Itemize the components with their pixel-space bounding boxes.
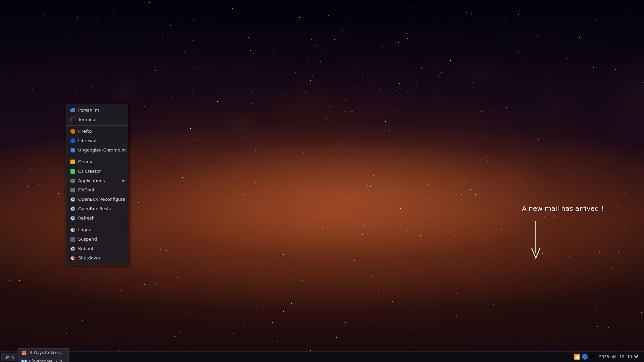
openbox-restart-icon xyxy=(70,206,76,212)
menu-item-shutdown[interactable]: Shutdown xyxy=(66,253,128,263)
taskbar: [jani] 🦊[4 Ways to Take ...📧✎[pythonMail… xyxy=(0,351,644,362)
pythonmail-task-label: ✎[pythonMail - /h... xyxy=(29,359,66,362)
workspace-label: [jani] xyxy=(4,355,14,359)
task-list: 🦊[4 Ways to Take ...📧✎[pythonMail - /h..… xyxy=(18,348,69,362)
firefox-icon xyxy=(70,128,76,134)
context-menu: PcManFm>_TerminalFirefoxLibrewolfUngoogl… xyxy=(66,104,128,264)
svg-rect-6 xyxy=(70,169,75,174)
svg-rect-16 xyxy=(70,237,75,242)
menu-item-label-openbox-restart: OpenBox Restart xyxy=(78,205,115,213)
svg-point-2 xyxy=(70,129,75,134)
svg-rect-7 xyxy=(70,188,75,192)
terminal-icon: >_ xyxy=(70,117,76,123)
menu-item-label-logout: Logout xyxy=(78,226,93,234)
wifi-icon[interactable]: 📶 xyxy=(573,353,581,361)
openbox-reconfig-icon xyxy=(70,196,76,202)
suspend-icon xyxy=(70,236,76,242)
taskbar-left: [jani] 🦊[4 Ways to Take ...📧✎[pythonMail… xyxy=(1,348,566,362)
applications-icon xyxy=(70,178,76,184)
geany-icon xyxy=(70,159,76,165)
menu-item-label-chromium: Ungoogled-Chromium xyxy=(78,146,126,154)
menu-item-openbox-reconfig[interactable]: OpenBox Reconfigure xyxy=(66,195,128,204)
system-tray: 🖥📶🔵❤ xyxy=(566,354,595,360)
bluetooth-icon[interactable]: 🔵 xyxy=(581,353,589,361)
reboot-icon xyxy=(70,246,76,252)
menu-item-label-qtcreator: Qt Creator xyxy=(78,168,101,175)
arrow-down-indicator xyxy=(530,221,542,263)
heart-icon[interactable]: ❤ xyxy=(589,353,595,361)
librewolf-icon xyxy=(70,138,76,144)
shutdown-icon xyxy=(70,255,76,261)
menu-item-suspend[interactable]: Suspend xyxy=(66,235,128,244)
menu-item-chromium[interactable]: Ungoogled-Chromium xyxy=(66,145,128,155)
qtcreator-icon xyxy=(70,168,76,174)
menu-item-refresh[interactable]: Refresh xyxy=(66,214,128,223)
clock: 2023 okt. 18, 19:06 xyxy=(597,354,641,360)
network-icon[interactable]: 🖥 xyxy=(566,353,573,361)
menu-item-librewolf[interactable]: Librewolf xyxy=(66,136,128,145)
menu-item-label-openbox-reconfig: OpenBox Reconfigure xyxy=(78,196,125,203)
obconf-icon xyxy=(70,187,76,193)
clock-display: 2023 okt. 18, 19:06 xyxy=(599,355,639,359)
menu-item-label-firefox: Firefox xyxy=(78,128,93,135)
svg-text:>_: >_ xyxy=(71,119,74,121)
menu-item-label-refresh: Refresh xyxy=(78,215,95,222)
menu-item-label-pcmanfm: PcManFm xyxy=(78,107,99,114)
menu-item-label-suspend: Suspend xyxy=(78,236,97,243)
menu-item-label-geany: Geany xyxy=(78,158,92,166)
menu-item-pcmanfm[interactable]: PcManFm xyxy=(66,106,128,115)
notification-message: A new mail has arrived ! xyxy=(522,204,604,213)
menu-item-applications[interactable]: Applications xyxy=(66,176,128,185)
taskbar-task-firefox-task[interactable]: 🦊[4 Ways to Take ... xyxy=(18,348,69,357)
menu-item-geany[interactable]: Geany xyxy=(66,157,128,167)
chromium-icon xyxy=(70,147,76,153)
menu-item-label-obconf: ObConf xyxy=(78,186,94,194)
refresh-icon xyxy=(70,215,76,221)
workspace-indicator[interactable]: [jani] xyxy=(1,353,17,361)
menu-item-label-librewolf: Librewolf xyxy=(78,137,98,144)
logout-icon xyxy=(70,227,76,233)
menu-item-label-applications: Applications xyxy=(78,177,105,184)
taskbar-right: 🖥📶🔵❤ 2023 okt. 18, 19:06 xyxy=(566,354,643,360)
firefox-task-label: [4 Ways to Take ... xyxy=(29,350,64,355)
menu-item-label-terminal: Terminal xyxy=(78,116,97,123)
menu-separator xyxy=(66,156,128,156)
menu-item-terminal[interactable]: >_Terminal xyxy=(66,115,128,124)
menu-item-firefox[interactable]: Firefox xyxy=(66,127,128,136)
menu-item-obconf[interactable]: ObConf xyxy=(66,185,128,195)
svg-point-3 xyxy=(70,138,75,143)
menu-item-reboot[interactable]: Reboot xyxy=(66,244,128,253)
pythonmail-task-icon: 📧 xyxy=(21,359,27,362)
firefox-task-icon: 🦊 xyxy=(21,350,27,355)
menu-item-qtcreator[interactable]: Qt Creator xyxy=(66,167,128,176)
menu-item-openbox-restart[interactable]: OpenBox Restart xyxy=(66,204,128,214)
menu-item-label-reboot: Reboot xyxy=(78,245,94,252)
svg-rect-5 xyxy=(70,160,75,164)
menu-separator xyxy=(66,125,128,126)
menu-item-label-shutdown: Shutdown xyxy=(78,254,100,262)
pcmanfm-icon xyxy=(70,107,76,113)
menu-item-logout[interactable]: Logout xyxy=(66,225,128,235)
notification-text: A new mail has arrived ! xyxy=(522,204,604,213)
svg-point-4 xyxy=(70,148,75,153)
menu-separator xyxy=(66,224,128,224)
taskbar-task-pythonmail-task[interactable]: 📧✎[pythonMail - /h... xyxy=(18,357,69,362)
